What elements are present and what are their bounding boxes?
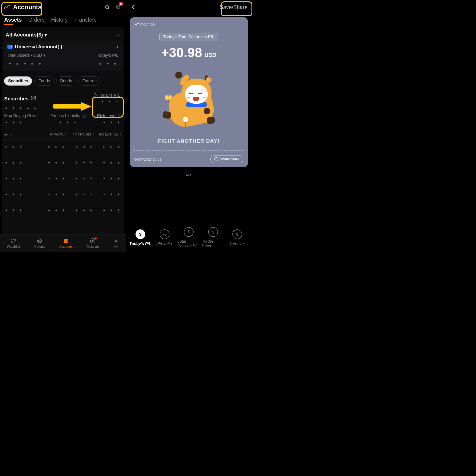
info-icon[interactable]: i (82, 114, 86, 118)
todays-pl-label: Today's P/L (97, 53, 119, 58)
tab-orders[interactable]: Orders (28, 17, 44, 24)
back-button[interactable] (129, 3, 137, 11)
slash-icon: ⦸ (208, 227, 218, 237)
table-row[interactable]: ＊ ＊ ＊＊ ＊ ＊＊ ＊ ＊＊ ＊ ＊ (4, 155, 122, 171)
table-row[interactable]: ＊ ＊ ＊＊ ＊ ＊＊ ＊ ＊＊ ＊ ＊ (4, 203, 122, 219)
percent-icon: % (160, 229, 170, 239)
securities-pl-label: Today's P/L (99, 93, 120, 98)
excess-liquidity-label: Excess Liquidity (51, 113, 80, 118)
svg-point-0 (105, 5, 109, 9)
card-brand: moomoo (134, 22, 244, 27)
chat-icon[interactable]: 5 (113, 2, 123, 12)
bull-logo-icon (3, 4, 11, 10)
chip-securities[interactable]: Securities (4, 76, 32, 85)
table-row[interactable]: ＊ ＊ ＊＊ ＊ ＊＊ ＊ ＊＊ ＊ ＊ (4, 140, 122, 155)
share-card: moomoo Today's Total Securities P/L +30.… (130, 17, 248, 167)
tab-assets[interactable]: Assets (4, 17, 22, 24)
btab-total-position[interactable]: $ Total Position P/L (178, 227, 200, 248)
excess-liquidity-value: ＊ ＊ ＊ (51, 120, 86, 126)
holdings-header: All ▾ MV/Qty▲▼ Price/Cost▲▼ Today's P/L▲… (4, 129, 122, 140)
total-assets-value: ＊ ＊ ＊ ＊ ＊ (7, 61, 43, 68)
chevron-right-icon: › (117, 44, 119, 50)
nav-accounts[interactable]: Accounts (59, 238, 73, 248)
asset-tabs: Assets Orders History Transfers (0, 14, 126, 25)
caret-down-icon[interactable]: ▾ (43, 53, 46, 58)
nav-me[interactable]: Me (113, 238, 119, 248)
dollar-icon: $ (184, 227, 194, 237)
securities-todays-pl[interactable]: Today's P/L ＊ ＊ ＊ (92, 92, 122, 106)
col-mv-qty[interactable]: MV/Qty▲▼ (39, 132, 67, 137)
svg-line-1 (108, 8, 109, 9)
pl-amount: +30.98USD (134, 45, 244, 60)
watermark-toggle[interactable]: Watermark (210, 155, 244, 163)
save-share-button[interactable]: Save/Share (219, 3, 248, 11)
nav-markets[interactable]: Markets (34, 238, 45, 248)
chip-funds[interactable]: Funds (34, 76, 54, 85)
chart-toggle-icon[interactable] (31, 96, 36, 102)
share-metric-tabs: $ Today's P/L % P/L ratio $ Total Positi… (126, 224, 252, 252)
btab-trades-stats[interactable]: ⦸ Trades Stats. (202, 227, 224, 248)
svg-point-11 (90, 238, 95, 243)
search-icon[interactable] (103, 2, 112, 12)
col-filter-all[interactable]: All ▾ (4, 132, 39, 137)
table-row[interactable]: ＊ ＊ ＊＊ ＊ ＊＊ ＊ ＊＊ ＊ ＊ (4, 171, 122, 187)
accounts-dropdown[interactable]: All Accounts(3) ▾ (6, 32, 47, 38)
securities-assets-value: ＊ ＊ ＊ ＊ ＊ (4, 106, 122, 112)
chip-futures[interactable]: Futures (78, 76, 101, 85)
table-row[interactable]: ＊ ＊ ＊＊ ＊ ＊＊ ＊ ＊＊ ＊ ＊ (4, 187, 122, 203)
col-price-cost[interactable]: Price/Cost▲▼ (67, 132, 94, 137)
page-title: Accounts (13, 4, 42, 11)
total-assets-label: Total Assets · USD (7, 53, 42, 58)
securities-pl-value: ＊ ＊ ＊ (101, 99, 120, 105)
bottom-nav: Watchlist Markets Accounts Discover Me (0, 234, 126, 252)
asset-category-chips: Securities Funds Bonds Futures (4, 71, 122, 88)
wallet-icon (7, 45, 13, 49)
info-icon[interactable]: i (118, 114, 121, 118)
account-name: Universal Account( ) (15, 44, 62, 50)
securities-heading: Securities (4, 96, 29, 102)
svg-point-3 (117, 7, 118, 7)
dollar-icon: $ (232, 229, 242, 239)
holdings-rows: ＊ ＊ ＊＊ ＊ ＊＊ ＊ ＊＊ ＊ ＊ ＊ ＊ ＊＊ ＊ ＊＊ ＊ ＊＊ ＊ … (4, 140, 122, 234)
nav-discover[interactable]: Discover (86, 238, 99, 248)
caret-down-icon: ▾ (44, 32, 47, 38)
tab-transfers[interactable]: Transfers (74, 17, 96, 24)
svg-point-12 (115, 239, 117, 241)
col-todays-pl[interactable]: Today's P/L▲▼ (94, 132, 122, 137)
collapse-icon[interactable]: ︿ (115, 31, 120, 38)
svg-point-5 (119, 7, 119, 7)
notification-dot-icon (95, 237, 97, 239)
timestamp: 06/07/2023 10:59 (134, 157, 162, 161)
notification-badge: 5 (119, 2, 123, 6)
btab-pl-ratio[interactable]: % P/L ratio (153, 229, 176, 246)
chip-bonds[interactable]: Bonds (56, 76, 76, 85)
pager: 1/7 (126, 172, 252, 177)
max-buying-power-label: Max Buying Power (4, 113, 39, 118)
risk-level-value: ＊ ＊ ＊ (97, 120, 121, 126)
app-brand: Accounts (3, 4, 42, 11)
account-card[interactable]: Universal Account( ) › Total Assets · US… (4, 41, 122, 71)
nav-watchlist[interactable]: Watchlist (7, 238, 20, 248)
todays-pl-value: ＊ ＊ ＊ (98, 61, 118, 68)
dollar-icon: $ (136, 229, 145, 239)
svg-rect-10 (67, 240, 68, 241)
share-icon (93, 93, 97, 98)
tagline: FIGHT ANOTHER DAY! (134, 138, 244, 144)
pl-banner: Today's Total Securities P/L (159, 33, 218, 41)
accounts-dropdown-label: All Accounts(3) (6, 32, 43, 38)
btab-turnover[interactable]: $ Turnover (226, 229, 248, 246)
svg-point-4 (118, 7, 118, 7)
tab-history[interactable]: History (51, 17, 68, 24)
max-buying-power-value: ＊ ＊ ＊ (4, 120, 39, 126)
radio-unchecked-icon (214, 157, 219, 161)
risk-level-label: Risk Level (97, 113, 116, 118)
divider (133, 150, 244, 151)
btab-todays-pl[interactable]: $ Today's P/L (129, 229, 152, 246)
mascot-illustration (156, 68, 221, 133)
